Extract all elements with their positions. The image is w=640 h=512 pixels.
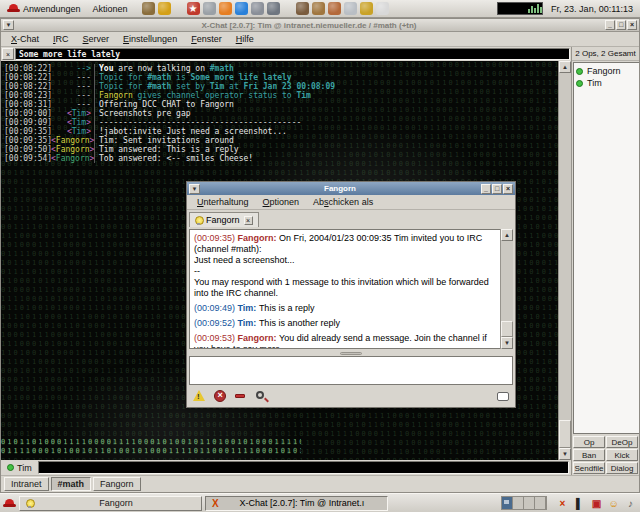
- scrollbar-thumb[interactable]: [559, 420, 571, 448]
- menu-item-irc[interactable]: IRC: [47, 33, 75, 45]
- lock-launcher[interactable]: [158, 2, 171, 15]
- chat-line: [00:09:09]<Tim>-------------------------…: [1, 118, 558, 127]
- message-input[interactable]: [38, 461, 569, 474]
- mouse-launcher[interactable]: [344, 2, 357, 15]
- im-message: (00:09:53) Fangorn: You did already send…: [194, 333, 496, 349]
- menu-item-hilfe[interactable]: Hilfe: [230, 33, 260, 45]
- userlist[interactable]: FangornTim: [573, 62, 639, 434]
- conversation-history[interactable]: (00:09:35) Fangorn: On Fri, 2004/01/23 0…: [189, 229, 500, 349]
- water-launcher[interactable]: [235, 2, 248, 15]
- minimize-icon[interactable]: _: [481, 184, 491, 194]
- menu-item-server[interactable]: Server: [77, 33, 116, 45]
- im-message: (00:09:52) Tim: This is another reply: [194, 318, 496, 329]
- system-monitor-applet[interactable]: [497, 2, 543, 15]
- star-launcher[interactable]: ★: [187, 2, 200, 15]
- dialog-tabbar: Fangorn ×: [187, 210, 515, 227]
- sendfile-button[interactable]: Sendfile: [573, 462, 605, 474]
- menu-item-abschicken-als[interactable]: Abschicken als: [307, 196, 379, 208]
- chat-line: [00:08:22]---Topic for #math is Some mor…: [1, 73, 558, 82]
- close-icon[interactable]: ×: [503, 184, 513, 194]
- tab-intranet[interactable]: Intranet: [4, 477, 49, 491]
- file-manager-launcher[interactable]: [142, 2, 155, 15]
- flame-launcher[interactable]: [219, 2, 232, 15]
- tab-fangorn[interactable]: Fangorn: [93, 477, 141, 491]
- block-icon[interactable]: [214, 390, 227, 403]
- im-tray-icon[interactable]: ▌: [573, 497, 586, 510]
- user-tray-icon[interactable]: ☺: [607, 497, 620, 510]
- topic-entry[interactable]: Some more life lately: [15, 48, 570, 60]
- im-message: (00:09:35) Fangorn: On Fri, 2004/01/23 0…: [194, 233, 496, 299]
- scroll-up-icon[interactable]: ▲: [501, 229, 513, 241]
- menu-item-x-chat[interactable]: X-Chat: [5, 33, 45, 45]
- workspace-3[interactable]: [524, 497, 535, 509]
- conversation-tab-label: Fangorn: [206, 215, 240, 225]
- xchat-tray-icon[interactable]: ×: [556, 497, 569, 510]
- keys-launcher[interactable]: [360, 2, 373, 15]
- conversation-tab[interactable]: Fangorn ×: [189, 212, 259, 227]
- gimp-launcher[interactable]: [328, 2, 341, 15]
- redhat-icon[interactable]: [3, 499, 16, 508]
- audio-launcher[interactable]: [312, 2, 325, 15]
- window-menu-icon[interactable]: ▼: [189, 184, 200, 194]
- display-launcher[interactable]: [267, 2, 280, 15]
- dialog-menubar: UnterhaltungOptionenAbschicken als: [187, 195, 515, 210]
- maximize-icon[interactable]: □: [616, 20, 626, 30]
- dialog-titlebar[interactable]: ▼ Fangorn _ □ ×: [187, 182, 515, 195]
- user-status-icon: [576, 68, 583, 75]
- maximize-icon[interactable]: □: [492, 184, 502, 194]
- scroll-down-icon[interactable]: ▼: [559, 448, 571, 460]
- phone-launcher[interactable]: [296, 2, 309, 15]
- clock-launcher[interactable]: [376, 2, 389, 15]
- channel-tabs: Intranet#mathFangorn: [1, 475, 639, 492]
- users-launcher[interactable]: [203, 2, 216, 15]
- topic-clear-icon[interactable]: ×: [2, 48, 14, 60]
- chat-scrollbar[interactable]: ▲ ▼: [558, 61, 571, 460]
- applications-menu[interactable]: Anwendungen: [3, 1, 85, 17]
- minimize-icon[interactable]: _: [605, 20, 615, 30]
- tab-math[interactable]: #math: [51, 477, 92, 491]
- xchat-window-title: X-Chat [2.0.7]: Tim @ intranet.niemuelle…: [14, 21, 604, 30]
- remove-icon[interactable]: [235, 390, 248, 403]
- dialog-button[interactable]: Dialog: [606, 462, 638, 474]
- close-icon[interactable]: ×: [627, 20, 637, 30]
- workspace-switcher[interactable]: [501, 496, 547, 510]
- warn-icon[interactable]: [193, 390, 206, 403]
- menu-item-optionen[interactable]: Optionen: [257, 196, 306, 208]
- buddy-status-icon: [195, 216, 202, 225]
- window-menu-icon[interactable]: ▼: [3, 20, 14, 30]
- nick-label: Tim: [17, 463, 32, 473]
- chat-line: [00:09:00]<Tim>Screenshots pre gap: [1, 109, 558, 118]
- dialog-scrollbar[interactable]: ▲ ▼: [500, 229, 513, 349]
- ban-button[interactable]: Ban: [573, 449, 605, 461]
- info-icon[interactable]: [256, 390, 269, 403]
- screen-tray-icon[interactable]: ▣: [590, 497, 603, 510]
- taskbar-item-xchat[interactable]: XX-Chat [2.0.7]: Tim @ Intranet.ı: [205, 496, 388, 511]
- menu-item-unterhaltung[interactable]: Unterhaltung: [191, 196, 255, 208]
- chat-line: [00:08:23]---Fangorn gives channel opera…: [1, 91, 558, 100]
- user-item-tim[interactable]: Tim: [576, 77, 637, 89]
- op-button[interactable]: Op: [573, 436, 605, 448]
- user-item-fangorn[interactable]: Fangorn: [576, 65, 637, 77]
- scroll-down-icon[interactable]: ▼: [501, 337, 513, 349]
- dialog-message-input[interactable]: [189, 356, 513, 385]
- tab-close-icon[interactable]: ×: [244, 216, 253, 225]
- menu-item-fenster[interactable]: Fenster: [185, 33, 228, 45]
- chat-line: [00:08:31]---Offering DCC CHAT to Fangor…: [1, 100, 558, 109]
- taskbar-item-fangorn[interactable]: Fangorn: [19, 496, 202, 511]
- volume-tray-icon[interactable]: ♪: [624, 497, 637, 510]
- scroll-up-icon[interactable]: ▲: [559, 61, 571, 73]
- workspace-4[interactable]: [535, 497, 546, 509]
- dialog-toolbar: [187, 385, 515, 407]
- monitor-launcher[interactable]: [251, 2, 264, 15]
- xchat-titlebar[interactable]: ▼ X-Chat [2.0.7]: Tim @ intranet.niemuel…: [1, 19, 639, 32]
- userlist-buttons: OpDeOpBanKickSendfileDialog: [572, 435, 639, 475]
- menu-item-einstellungen[interactable]: Einstellungen: [117, 33, 183, 45]
- kick-button[interactable]: Kick: [606, 449, 638, 461]
- nick-button[interactable]: Tim: [3, 461, 36, 474]
- workspace-2[interactable]: [513, 497, 524, 509]
- deop-button[interactable]: DeOp: [606, 436, 638, 448]
- actions-menu[interactable]: Aktionen: [89, 1, 132, 17]
- workspace-1[interactable]: [502, 497, 513, 509]
- clock-applet[interactable]: Fr, 23. Jan, 00:11:13: [547, 4, 637, 14]
- scrollbar-thumb[interactable]: [501, 321, 513, 337]
